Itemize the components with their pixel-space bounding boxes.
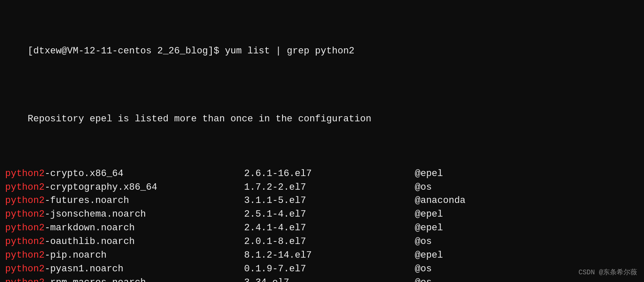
warning-line: Repository epel is listed more than once… bbox=[5, 99, 639, 140]
prompt-line: [dtxew@VM-12-11-centos 2_26_blog]$ yum l… bbox=[5, 31, 639, 72]
package-line: python2-oauthlib.noarch2.0.1-8.el7@os bbox=[5, 235, 639, 249]
package-line: python2-rpm-macros.noarch3-34.el7@os bbox=[5, 276, 639, 282]
package-line: python2-pyasn1.noarch0.1.9-7.el7@os bbox=[5, 262, 639, 276]
package-line: python2-pip.noarch8.1.2-14.el7@epel bbox=[5, 249, 639, 262]
package-line: python2-crypto.x86_642.6.1-16.el7@epel bbox=[5, 167, 639, 181]
package-line: python2-futures.noarch3.1.1-5.el7@anacon… bbox=[5, 194, 639, 208]
terminal-output: [dtxew@VM-12-11-centos 2_26_blog]$ yum l… bbox=[5, 3, 639, 282]
package-line: python2-cryptography.x86_641.7.2-2.el7@o… bbox=[5, 181, 639, 194]
package-line: python2-markdown.noarch2.4.1-4.el7@epel bbox=[5, 221, 639, 235]
package-line: python2-jsonschema.noarch2.5.1-4.el7@epe… bbox=[5, 208, 639, 221]
watermark: CSDN @东条希尔薇 bbox=[578, 268, 637, 278]
